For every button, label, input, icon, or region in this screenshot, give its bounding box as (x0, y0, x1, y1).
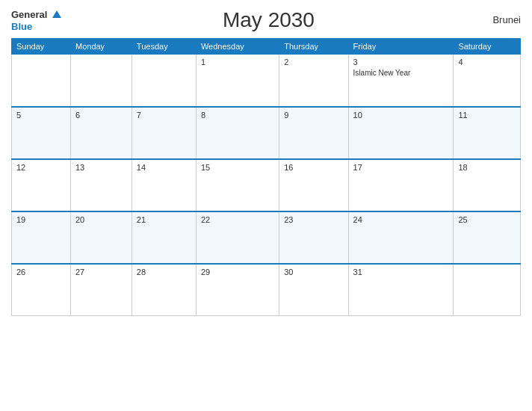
day-number: 21 (137, 215, 191, 224)
calendar-week-row: 262728293031 (12, 264, 521, 316)
calendar-cell: 25 (454, 211, 521, 264)
day-number: 11 (458, 111, 516, 120)
day-number: 17 (353, 163, 449, 172)
calendar-cell: 14 (132, 159, 196, 211)
logo-blue-text: Blue (11, 21, 32, 32)
col-sunday: Sunday (12, 39, 71, 55)
day-number: 2 (284, 58, 343, 67)
header: General Blue May 2030 Brunei (11, 7, 521, 32)
calendar-week-row: 19202122232425 (12, 211, 521, 264)
calendar-cell: 18 (454, 159, 521, 211)
calendar-table: Sunday Monday Tuesday Wednesday Thursday… (11, 38, 521, 316)
weekday-header-row: Sunday Monday Tuesday Wednesday Thursday… (12, 39, 521, 55)
col-friday: Friday (348, 39, 454, 55)
day-number: 28 (137, 268, 191, 276)
calendar-cell: 8 (196, 107, 279, 159)
calendar-cell: 1 (196, 55, 279, 107)
calendar-cell: 29 (196, 264, 279, 316)
col-wednesday: Wednesday (196, 39, 279, 55)
day-number: 7 (137, 111, 191, 120)
day-number: 6 (75, 111, 127, 120)
calendar-cell: 2 (279, 55, 348, 107)
col-saturday: Saturday (454, 39, 521, 55)
calendar-cell: 9 (279, 107, 348, 159)
day-number: 23 (284, 215, 343, 224)
calendar-week-row: 567891011 (12, 107, 521, 159)
logo-triangle-icon (52, 10, 61, 18)
day-number: 10 (353, 111, 449, 120)
event-label: Islamic New Year (353, 69, 411, 77)
calendar-cell: 11 (454, 107, 521, 159)
calendar-cell: 27 (70, 264, 132, 316)
day-number: 12 (16, 163, 66, 172)
calendar-cell: 20 (70, 211, 132, 264)
day-number: 22 (201, 215, 274, 224)
day-number: 27 (75, 268, 127, 276)
calendar-cell: 28 (132, 264, 196, 316)
calendar-cell: 23 (279, 211, 348, 264)
day-number: 20 (75, 215, 127, 224)
calendar-cell: 17 (348, 159, 454, 211)
day-number: 4 (458, 58, 516, 67)
country-label: Brunei (476, 14, 521, 25)
day-number: 3 (353, 58, 449, 67)
day-number: 26 (16, 268, 66, 276)
calendar-cell: 6 (70, 107, 132, 159)
day-number: 29 (201, 268, 274, 276)
calendar-cell: 15 (196, 159, 279, 211)
calendar-cell (12, 55, 71, 107)
day-number: 19 (16, 215, 66, 224)
day-number: 30 (284, 268, 343, 276)
calendar-cell: 19 (12, 211, 71, 264)
day-number: 31 (353, 268, 449, 276)
calendar-page: General Blue May 2030 Brunei Sunday Mond… (0, 0, 532, 411)
day-number: 13 (75, 163, 127, 172)
logo-area: General Blue (11, 7, 61, 32)
calendar-cell: 3Islamic New Year (348, 55, 454, 107)
col-monday: Monday (70, 39, 132, 55)
day-number: 5 (16, 111, 66, 120)
day-number: 25 (458, 215, 516, 224)
calendar-cell: 24 (348, 211, 454, 264)
calendar-week-row: 12131415161718 (12, 159, 521, 211)
col-tuesday: Tuesday (132, 39, 196, 55)
calendar-cell: 21 (132, 211, 196, 264)
calendar-cell: 10 (348, 107, 454, 159)
calendar-cell: 7 (132, 107, 196, 159)
calendar-cell: 12 (12, 159, 71, 211)
calendar-cell: 30 (279, 264, 348, 316)
day-number: 8 (201, 111, 274, 120)
calendar-cell: 5 (12, 107, 71, 159)
month-title: May 2030 (61, 8, 476, 32)
calendar-cell (70, 55, 132, 107)
calendar-cell (454, 264, 521, 316)
logo-general-text: General (11, 9, 47, 20)
day-number: 14 (137, 163, 191, 172)
col-thursday: Thursday (279, 39, 348, 55)
day-number: 15 (201, 163, 274, 172)
calendar-week-row: 123Islamic New Year4 (12, 55, 521, 107)
day-number: 1 (201, 58, 274, 67)
day-number: 16 (284, 163, 343, 172)
logo-general-line: General (11, 7, 61, 21)
day-number: 9 (284, 111, 343, 120)
day-number: 18 (458, 163, 516, 172)
calendar-cell: 31 (348, 264, 454, 316)
calendar-cell: 13 (70, 159, 132, 211)
calendar-cell: 22 (196, 211, 279, 264)
calendar-cell: 26 (12, 264, 71, 316)
day-number: 24 (353, 215, 449, 224)
calendar-cell: 16 (279, 159, 348, 211)
calendar-cell: 4 (454, 55, 521, 107)
calendar-cell (132, 55, 196, 107)
